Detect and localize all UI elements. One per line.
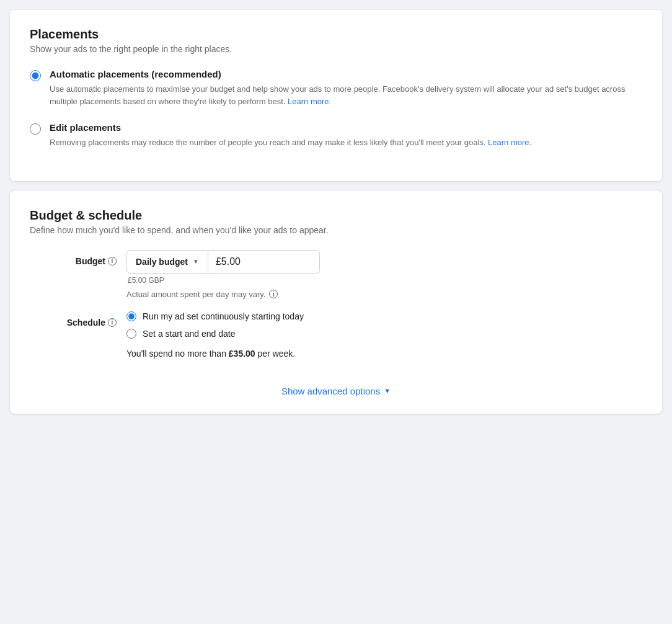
show-advanced-button[interactable]: Show advanced options ▼ [281, 386, 391, 396]
edit-placements-content: Edit placements Removing placements may … [50, 122, 642, 149]
budget-schedule-form: Budget i Daily budget ▼ £5.00 GBP Actual… [30, 250, 642, 359]
start-end-schedule-label: Set a start and end date [143, 329, 235, 339]
placements-radio-group: Automatic placements (recommended) Use a… [30, 69, 642, 149]
budget-currency: £5.00 GBP [128, 276, 320, 285]
edit-placements-option: Edit placements Removing placements may … [30, 122, 642, 149]
start-end-schedule-radio[interactable] [126, 329, 136, 339]
automatic-placements-learn-more-link[interactable]: Learn more. [288, 97, 331, 106]
schedule-label: Schedule i [30, 311, 117, 328]
weekly-spend-info: You'll spend no more than £35.00 per wee… [126, 349, 304, 359]
budget-row: Budget i Daily budget ▼ £5.00 GBP Actual… [30, 250, 642, 299]
automatic-placements-label: Automatic placements (recommended) [50, 69, 642, 79]
budget-vary-info-icon[interactable]: i [269, 290, 278, 298]
show-advanced-container: Show advanced options ▼ [30, 371, 642, 396]
budget-controls: Daily budget ▼ £5.00 GBP Actual amount s… [126, 250, 320, 299]
automatic-placements-radio[interactable] [30, 70, 41, 81]
automatic-placements-content: Automatic placements (recommended) Use a… [50, 69, 642, 107]
daily-budget-dropdown-label: Daily budget [136, 257, 188, 267]
budget-schedule-subtitle: Define how much you'd like to spend, and… [30, 225, 642, 235]
daily-budget-dropdown[interactable]: Daily budget ▼ [126, 250, 208, 274]
automatic-placements-description: Use automatic placements to maximise you… [50, 83, 642, 107]
dropdown-arrow-icon: ▼ [193, 258, 199, 265]
continuous-schedule-option[interactable]: Run my ad set continuously starting toda… [126, 311, 304, 321]
edit-placements-learn-more-link[interactable]: Learn more. [488, 138, 531, 147]
budget-inputs: Daily budget ▼ [126, 250, 320, 274]
placements-card: Placements Show your ads to the right pe… [10, 10, 662, 181]
edit-placements-description: Removing placements may reduce the numbe… [50, 136, 642, 149]
budget-schedule-title: Budget & schedule [30, 208, 642, 223]
budget-schedule-card: Budget & schedule Define how much you'd … [10, 191, 662, 414]
schedule-options: Run my ad set continuously starting toda… [126, 311, 304, 339]
show-advanced-label: Show advanced options [281, 386, 380, 396]
weekly-spend-amount: £35.00 [229, 349, 255, 359]
schedule-row: Schedule i Run my ad set continuously st… [30, 311, 642, 359]
schedule-controls: Run my ad set continuously starting toda… [126, 311, 304, 359]
show-advanced-chevron-icon: ▼ [384, 387, 391, 394]
budget-vary-info: Actual amount spent per day may vary. i [126, 290, 320, 299]
start-end-schedule-option[interactable]: Set a start and end date [126, 329, 304, 339]
schedule-info-icon[interactable]: i [108, 318, 117, 327]
continuous-schedule-label: Run my ad set continuously starting toda… [143, 311, 304, 321]
budget-amount-input[interactable] [208, 250, 320, 274]
edit-placements-radio[interactable] [30, 123, 41, 135]
budget-info-icon[interactable]: i [108, 257, 117, 265]
placements-subtitle: Show your ads to the right people in the… [30, 44, 642, 54]
automatic-placements-option: Automatic placements (recommended) Use a… [30, 69, 642, 107]
edit-placements-label: Edit placements [50, 122, 642, 133]
placements-title: Placements [30, 27, 642, 42]
budget-label: Budget i [30, 250, 117, 266]
continuous-schedule-radio[interactable] [126, 311, 136, 321]
